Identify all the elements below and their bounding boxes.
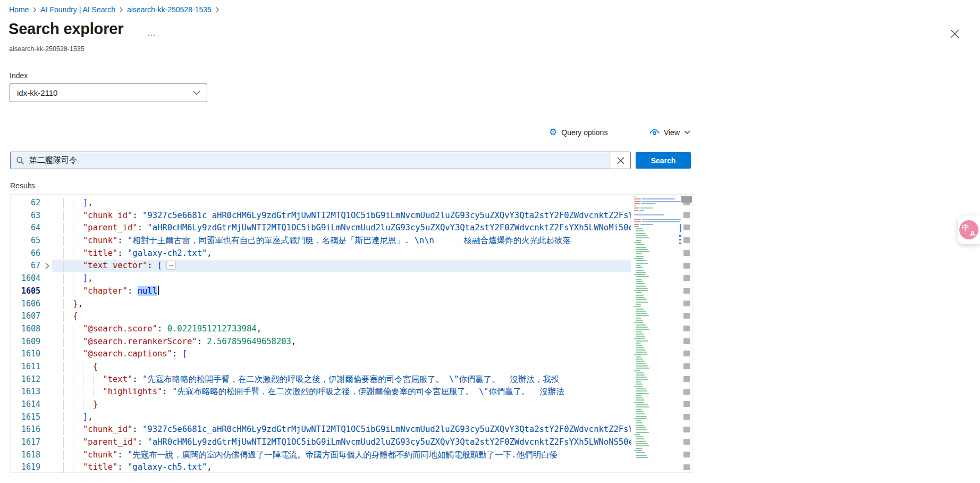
code-line[interactable]: 1607{	[11, 310, 631, 323]
more-options-button[interactable]: …	[147, 28, 157, 38]
code-text: "chunk_id": "9327c5e6681c_aHR0cHM6Ly9zdG…	[53, 423, 631, 436]
code-text: ],	[53, 197, 631, 210]
fold-column	[40, 222, 53, 235]
code-line[interactable]: 1609"@search.rerankerScore": 2.567859649…	[11, 336, 631, 348]
fold-column	[40, 298, 53, 311]
line-number[interactable]: 1606	[11, 298, 40, 311]
line-number[interactable]: 1618	[11, 449, 40, 462]
line-number[interactable]: 1607	[11, 310, 40, 323]
line-number[interactable]: 64	[11, 222, 40, 235]
line-number[interactable]: 1604	[11, 272, 40, 285]
fold-column	[40, 235, 53, 247]
chevron-down-icon	[684, 130, 690, 135]
fold-column	[40, 323, 53, 336]
code-text: "highlights": "先寇布略略的松開手臂，在二次激烈的呼吸之後，伊謝爾…	[53, 386, 631, 398]
code-line[interactable]: 1606},	[11, 298, 631, 311]
gear-icon: ⚙	[549, 128, 557, 137]
translate-fab[interactable]: 中 A	[958, 215, 980, 244]
editor-minimap[interactable]	[631, 196, 681, 471]
line-number[interactable]: 1611	[11, 361, 40, 373]
search-input[interactable]	[29, 156, 611, 165]
index-dropdown[interactable]: idx-kk-2110	[10, 84, 207, 102]
code-line[interactable]: 1612"text": "先寇布略略的松開手臂，在二次激烈的呼吸之後，伊謝爾倫要…	[11, 373, 631, 386]
fold-column	[40, 461, 53, 474]
close-icon	[950, 29, 964, 38]
code-line[interactable]: 1615],	[11, 411, 631, 424]
chevron-right-icon	[119, 7, 123, 13]
code-line[interactable]: 1613"highlights": "先寇布略略的松開手臂，在二次激烈的呼吸之後…	[11, 386, 631, 398]
code-text: ],	[53, 272, 631, 285]
view-button[interactable]: View	[649, 128, 690, 137]
chevron-right-icon	[215, 7, 219, 13]
code-line[interactable]: 1614}	[11, 398, 631, 411]
decoration-dot	[679, 243, 681, 244]
fold-column	[40, 386, 53, 398]
code-text: {	[53, 361, 631, 373]
code-line[interactable]: 62],	[11, 197, 631, 210]
line-number[interactable]: 65	[11, 235, 40, 247]
code-text: "title": "galaxy-ch5.txt",	[53, 461, 631, 474]
line-number[interactable]: 1608	[11, 323, 40, 336]
overview-ruler	[682, 195, 691, 472]
line-number[interactable]: 67	[11, 260, 40, 272]
line-number[interactable]: 1605	[11, 285, 40, 298]
close-button[interactable]	[950, 27, 964, 40]
fold-column	[40, 247, 53, 260]
translate-en-glyph: A	[970, 229, 975, 238]
clear-search-button[interactable]	[611, 152, 630, 169]
code-line[interactable]: 1616"chunk_id": "9327c5e6681c_aHR0cHM6Ly…	[11, 423, 631, 436]
breadcrumb-resource[interactable]: aisearch-kk-250528-1535	[127, 5, 212, 14]
code-line[interactable]: 65"chunk": "相對于王爾古雷，同盟軍也有自己的單座式戰鬥艇，名稱是「斯…	[11, 235, 631, 247]
code-line[interactable]: 1608"@search.score": 0.0221951212733984,	[11, 323, 631, 336]
line-number[interactable]: 1614	[11, 398, 40, 411]
fold-column	[40, 210, 53, 222]
code-line[interactable]: 66"title": "galaxy-ch2.txt",	[11, 247, 631, 260]
query-options-button[interactable]: ⚙ Query options	[549, 128, 607, 137]
breadcrumb-home[interactable]: Home	[9, 5, 29, 14]
fold-column	[40, 336, 53, 348]
code-line[interactable]: 64"parent_id": "aHR0cHM6Ly9zdGtrMjUwNTI2…	[11, 222, 631, 235]
code-line[interactable]: 1610"@search.captions": [	[11, 348, 631, 361]
code-line[interactable]: 63"chunk_id": "9327c5e6681c_aHR0cHM6Ly9z…	[11, 210, 631, 222]
code-line[interactable]: 1605"chapter": null	[11, 285, 631, 298]
fold-column	[40, 361, 53, 373]
code-line[interactable]: 1617"parent_id": "aHR0cHM6Ly9zdGtrMjUwNT…	[11, 436, 631, 449]
fold-chevron-icon[interactable]	[40, 260, 53, 272]
results-editor[interactable]: 62],63"chunk_id": "9327c5e6681c_aHR0cHM6…	[10, 194, 692, 473]
code-line[interactable]: 1611{	[11, 361, 631, 373]
line-number[interactable]: 62	[11, 197, 40, 210]
code-text: {	[53, 310, 631, 323]
decoration-dot	[679, 235, 681, 237]
chevron-right-icon	[32, 7, 37, 13]
line-number[interactable]: 1615	[11, 411, 40, 424]
line-number[interactable]: 1609	[11, 336, 40, 348]
decoration-dot	[679, 239, 681, 240]
scrollbar-thumb[interactable]	[681, 196, 692, 203]
cursor-position-marker	[680, 224, 681, 232]
code-line[interactable]: 1618"chunk": "先寇布一說，廣闊的室內仿佛傳過了一陣電流。帝國方面每…	[11, 449, 631, 462]
line-number[interactable]: 63	[11, 210, 40, 222]
line-number[interactable]: 1613	[11, 386, 40, 398]
line-number[interactable]: 1619	[11, 461, 40, 474]
code-text: }	[53, 398, 631, 411]
search-explorer-page: Home AI Foundry | AI Search aisearch-kk-…	[0, 0, 980, 483]
code-text: "chunk": "相對于王爾古雷，同盟軍也有自己的單座式戰鬥艇，名稱是「斯巴達…	[53, 235, 631, 247]
results-toolbar: ⚙ Query options View	[549, 128, 690, 137]
line-number[interactable]: 1616	[11, 423, 40, 436]
line-number[interactable]: 1617	[11, 436, 40, 449]
code-lines: 62],63"chunk_id": "9327c5e6681c_aHR0cHM6…	[11, 197, 631, 474]
code-text: "parent_id": "aHR0cHM6Ly9zdGtrMjUwNTI2MT…	[53, 436, 631, 449]
search-button[interactable]: Search	[636, 152, 691, 169]
breadcrumb-ai-foundry[interactable]: AI Foundry | AI Search	[40, 5, 115, 14]
code-line[interactable]: 1619"title": "galaxy-ch5.txt",	[11, 461, 631, 474]
code-line[interactable]: 67"text_vector": [⋯	[11, 260, 631, 272]
resource-subtitle: aisearch-kk-250528-1535	[9, 45, 85, 53]
line-number[interactable]: 1610	[11, 348, 40, 361]
line-number[interactable]: 66	[11, 247, 40, 260]
search-input-highlight	[11, 152, 611, 169]
line-number[interactable]: 1612	[11, 373, 40, 386]
code-text: "text_vector": [⋯	[53, 260, 631, 272]
results-label: Results	[10, 181, 35, 190]
code-line[interactable]: 1604],	[11, 272, 631, 285]
code-text: "parent_id": "aHR0cHM6Ly9zdGtrMjUwNTI2MT…	[53, 222, 631, 235]
